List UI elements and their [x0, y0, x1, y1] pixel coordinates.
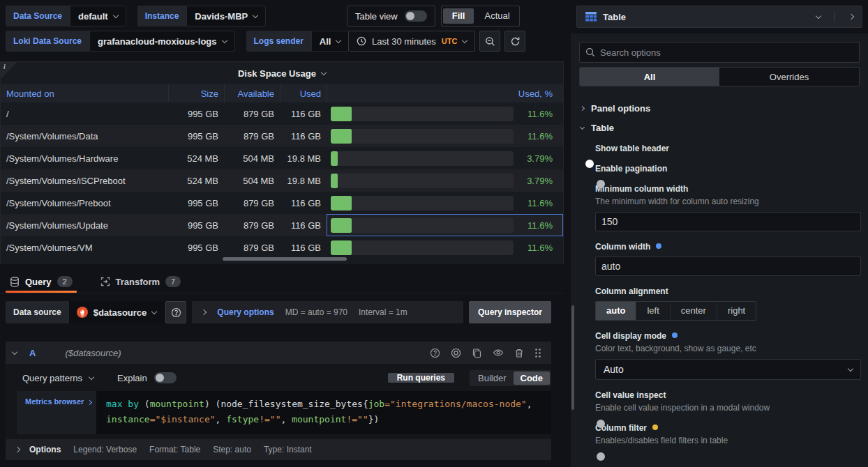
table-row[interactable]: /System/Volumes/Preboot 995 GB 879 GB 11… — [1, 192, 563, 214]
chevron-down-icon — [580, 124, 585, 129]
override-indicator-yellow — [652, 424, 658, 430]
builder-option[interactable]: Builder — [471, 372, 513, 385]
min-column-width-input[interactable] — [595, 212, 861, 231]
instance-variable-select[interactable]: Davids-MBP — [186, 6, 266, 26]
alignment-auto[interactable]: auto — [596, 302, 636, 320]
table-row[interactable]: /System/Volumes/VM 995 GB 879 GB 116 GB … — [1, 236, 563, 259]
table-row[interactable]: /System/Volumes/Update 995 GB 879 GB 116… — [1, 214, 563, 236]
record-circle-icon[interactable] — [451, 348, 461, 358]
code-option[interactable]: Code — [514, 372, 551, 385]
chevron-down-icon — [253, 12, 258, 17]
chevron-down-icon — [321, 69, 327, 75]
query-count-badge: 2 — [57, 276, 73, 287]
usage-gauge — [331, 151, 514, 166]
usage-gauge — [331, 174, 514, 188]
horizontal-scrollbar[interactable] — [223, 257, 347, 261]
promql-code-input[interactable]: max by (mountpoint) (node_filesystem_siz… — [96, 391, 551, 434]
table-row[interactable]: /System/Volumes/iSCPreboot 524 MB 504 MB… — [1, 169, 563, 192]
column-header-used[interactable]: Used — [280, 84, 327, 102]
zoom-out-button[interactable] — [479, 31, 500, 52]
cell-used-pct: 11.6% — [327, 102, 563, 125]
column-alignment-group: auto left center right — [595, 301, 756, 321]
column-header-size[interactable]: Size — [168, 84, 224, 102]
tab-all[interactable]: All — [580, 68, 719, 86]
tab-transform[interactable]: Transform 7 — [96, 270, 186, 293]
usage-gauge — [331, 196, 514, 210]
collapse-query-icon[interactable] — [12, 349, 17, 354]
refresh-button[interactable] — [504, 31, 525, 52]
visualization-picker[interactable]: Table — [576, 6, 862, 28]
loki-data-source-label: Loki Data Source — [6, 31, 89, 52]
explain-toggle[interactable] — [154, 372, 177, 383]
time-range-picker[interactable]: Last 30 minutes UTC — [348, 31, 475, 52]
table-row[interactable]: /System/Volumes/Hardware 524 MB 504 MB 1… — [1, 147, 563, 169]
chevron-down-icon — [462, 37, 467, 43]
help-circle-icon[interactable] — [430, 348, 440, 358]
chevron-down-icon[interactable] — [816, 13, 821, 18]
query-inspector-button[interactable]: Query inspector — [469, 301, 551, 323]
column-header-used-pct[interactable]: Used, % — [327, 84, 563, 102]
cell-used-pct: 11.6% — [327, 125, 563, 147]
cell-used-pct-focused[interactable]: 11.6% — [327, 214, 563, 236]
table-section-fields: Show table header Enable pagination Mini… — [595, 144, 860, 445]
tab-overrides[interactable]: Overrides — [719, 68, 859, 86]
step-summary: Step: auto — [213, 445, 251, 454]
datasource-select[interactable]: $datasource — [69, 301, 165, 323]
panel-info-corner[interactable]: i — [1, 62, 17, 79]
collapse-pane-icon[interactable] — [848, 14, 854, 20]
visualization-name: Table — [603, 12, 626, 22]
interval-value: Interval = 1m — [359, 307, 407, 317]
run-queries-button[interactable]: Run queries — [388, 373, 454, 383]
disk-space-usage-panel: i Disk Space Usage Mounted on Size Avail… — [0, 61, 564, 263]
column-header-available[interactable]: Available — [224, 84, 280, 102]
metrics-browser-button[interactable]: Metrics browser — [17, 391, 96, 434]
trash-icon[interactable] — [514, 348, 524, 358]
actual-option[interactable]: Actual — [475, 8, 518, 24]
vertical-scrollbar[interactable] — [571, 305, 574, 410]
section-panel-options[interactable]: Panel options — [578, 103, 860, 114]
loki-data-source-select[interactable]: grafanacloud-moxious-logs — [89, 31, 234, 52]
query-editor-body: Query patterns Explain Run queries Build… — [6, 364, 551, 441]
format-summary: Format: Table — [149, 445, 200, 454]
table-row[interactable]: /System/Volumes/Data 995 GB 879 GB 116 G… — [1, 125, 563, 147]
builder-code-switch: Builder Code — [470, 370, 551, 386]
drag-handle-icon[interactable] — [534, 348, 541, 358]
fill-option[interactable]: Fill — [443, 8, 474, 24]
table-view-toggle[interactable] — [405, 10, 427, 22]
tab-query[interactable]: Query 2 — [6, 270, 77, 293]
table-row[interactable]: / 995 GB 879 GB 116 GB 11.6% — [1, 102, 563, 125]
alignment-right[interactable]: right — [717, 302, 756, 320]
panel-title-menu[interactable]: Disk Space Usage — [1, 62, 563, 84]
toolbar-right-controls: Table view Fill Actual — [347, 6, 520, 26]
usage-gauge — [331, 107, 514, 121]
cell-used-pct: 11.6% — [327, 192, 563, 214]
query-options-summary-bar[interactable]: Options Legend: Verbose Format: Table St… — [6, 439, 551, 460]
datasource-help-button[interactable] — [165, 301, 186, 323]
data-source-variable-select[interactable]: default — [70, 6, 126, 26]
chevron-down-icon — [89, 374, 94, 379]
field-column-alignment: Column alignment auto left center right — [595, 286, 860, 321]
cell-display-mode-select[interactable]: Auto — [595, 359, 861, 380]
query-patterns-dropdown[interactable]: Query patterns — [22, 373, 93, 383]
search-options-input[interactable] — [600, 47, 853, 58]
zoom-out-icon — [485, 36, 495, 47]
options-search — [579, 42, 860, 63]
alignment-left[interactable]: left — [636, 302, 669, 320]
field-column-filter: Column filter Enables/disables field fil… — [595, 423, 860, 445]
section-table[interactable]: Table — [578, 123, 860, 133]
logs-sender-select[interactable]: All — [311, 31, 350, 52]
var-data-source: Data Source default — [6, 6, 126, 26]
chevron-right-icon — [201, 309, 207, 315]
cell-size: 995 GB — [168, 198, 224, 208]
query-row-header[interactable]: A ($datasource) — [6, 342, 551, 364]
alignment-center[interactable]: center — [670, 302, 717, 320]
column-width-input[interactable] — [595, 257, 861, 276]
table-view-control: Table view — [347, 6, 435, 26]
timezone-label: UTC — [442, 37, 458, 45]
query-options-bar[interactable]: Query options MD = auto = 970 Interval =… — [192, 301, 463, 323]
column-header-mounted-on[interactable]: Mounted on — [1, 89, 168, 99]
eye-icon[interactable] — [493, 348, 504, 358]
table-header-row: Mounted on Size Available Used Used, % — [1, 84, 563, 102]
copy-icon[interactable] — [472, 348, 482, 358]
datasource-label: Data source — [6, 301, 69, 323]
